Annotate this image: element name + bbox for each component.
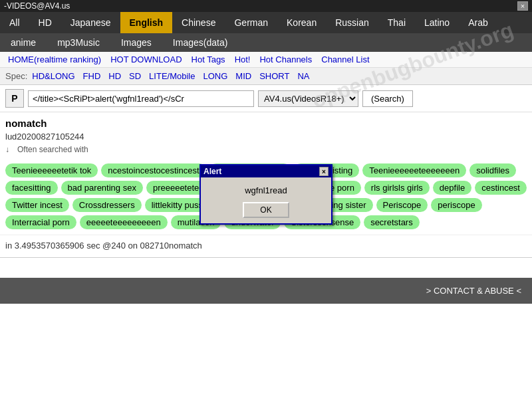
footer-spacer bbox=[0, 258, 532, 278]
footer: > CONTACT & ABUSE < bbox=[0, 278, 532, 304]
nav-row1: All HD Japanese English Chinese German K… bbox=[0, 12, 532, 33]
tag-item[interactable]: eeeeeteeeeeeeeen bbox=[80, 215, 168, 229]
tag-item[interactable]: ncestoincestocestincest bbox=[101, 163, 205, 177]
spec-lite[interactable]: LITE/Mobile bbox=[146, 70, 198, 82]
nav-mp3music[interactable]: mp3Music bbox=[47, 33, 110, 52]
spec-sd[interactable]: SD bbox=[126, 70, 144, 82]
tag-item[interactable]: Crossdressers bbox=[72, 198, 142, 212]
footer-contact-link[interactable]: > CONTACT & ABUSE < bbox=[426, 286, 521, 296]
nav-chinese[interactable]: Chinese bbox=[172, 12, 225, 33]
tag-item[interactable]: Periscope bbox=[376, 198, 428, 212]
alert-ok-button[interactable]: OK bbox=[243, 202, 289, 218]
link-hot-channels[interactable]: Hot Channels bbox=[257, 54, 315, 65]
alert-dialog: Alert × wgfnl1read OK bbox=[200, 164, 332, 225]
tag-item[interactable]: depfile bbox=[433, 181, 471, 195]
alert-titlebar: Alert × bbox=[201, 165, 331, 177]
link-row: HOME(realtime ranking) HOT DOWNLOAD Hot … bbox=[0, 52, 532, 68]
alert-title: Alert bbox=[203, 167, 221, 176]
link-channel-list[interactable]: Channel List bbox=[319, 54, 372, 65]
search-button[interactable]: (Search) bbox=[362, 90, 413, 107]
tag-item[interactable]: bad parenting sex bbox=[61, 181, 143, 195]
spec-hd[interactable]: HD bbox=[105, 70, 124, 82]
nav-latino[interactable]: Latino bbox=[415, 12, 459, 33]
alert-message: wgfnl1read bbox=[206, 185, 326, 195]
spec-long[interactable]: LONG bbox=[200, 70, 231, 82]
nav-korean[interactable]: Korean bbox=[277, 12, 326, 33]
often-searched-label: ↓ Often searched with bbox=[5, 144, 527, 156]
nav-all[interactable]: All bbox=[0, 12, 29, 33]
title-bar-text: -VIDEOS@AV4.us bbox=[4, 1, 70, 11]
search-input[interactable] bbox=[28, 90, 254, 107]
spec-mid[interactable]: MID bbox=[232, 70, 255, 82]
link-home[interactable]: HOME(realtime ranking) bbox=[5, 54, 104, 65]
search-icon-button[interactable]: P bbox=[5, 89, 24, 108]
nav-row2: anime mp3Music Images Images(data) bbox=[0, 33, 532, 52]
nav-thai[interactable]: Thai bbox=[378, 12, 415, 33]
spec-na[interactable]: NA bbox=[294, 70, 313, 82]
tag-item[interactable]: solidfiles bbox=[469, 163, 516, 177]
nav-german[interactable]: German bbox=[225, 12, 277, 33]
alert-close-button[interactable]: × bbox=[319, 167, 329, 176]
nav-images[interactable]: Images bbox=[110, 33, 162, 52]
tag-item[interactable]: secretstars bbox=[364, 215, 420, 229]
nav-anime[interactable]: anime bbox=[0, 33, 47, 52]
link-hot-tags[interactable]: Hot Tags bbox=[189, 54, 228, 65]
nav-russian[interactable]: Russian bbox=[326, 12, 378, 33]
title-bar-close-button[interactable]: × bbox=[517, 1, 528, 11]
spec-short[interactable]: SHORT bbox=[256, 70, 293, 82]
lud-text: lud20200827105244 bbox=[5, 132, 527, 142]
link-hot[interactable]: Hot! bbox=[232, 54, 253, 65]
title-bar: -VIDEOS@AV4.us × bbox=[0, 0, 532, 12]
spec-fhd[interactable]: FHD bbox=[80, 70, 104, 82]
nav-japanese[interactable]: Japanese bbox=[61, 12, 120, 33]
link-hot-download[interactable]: HOT DOWNLOAD bbox=[108, 54, 184, 65]
spec-label: Spec: bbox=[5, 71, 27, 81]
nomatch-section: nomatch lud20200827105244 ↓ Often search… bbox=[0, 112, 532, 163]
nav-arab[interactable]: Arab bbox=[459, 12, 497, 33]
tag-item[interactable]: cestincest bbox=[475, 181, 527, 195]
timing-text: in 3.4953570365906 sec @240 on 082710nom… bbox=[0, 235, 532, 255]
tag-item[interactable]: Twitter incest bbox=[5, 198, 69, 212]
nav-english[interactable]: English bbox=[120, 12, 173, 33]
nomatch-title: nomatch bbox=[5, 118, 527, 129]
alert-body: wgfnl1read OK bbox=[201, 177, 331, 223]
tag-item[interactable]: Teenieeeeeetetik tok bbox=[5, 163, 98, 177]
spec-row: Spec: HD&LONG FHD HD SD LITE/Mobile LONG… bbox=[0, 68, 532, 85]
tag-item[interactable]: Teenieeeeeeteeeeeeen bbox=[362, 163, 466, 177]
tag-item[interactable]: rls girlsls girls bbox=[364, 181, 430, 195]
tag-item[interactable]: Interracial porn bbox=[5, 215, 76, 229]
search-row: P AV4.us(VideosR18+) (Search) bbox=[0, 85, 532, 112]
tag-item[interactable]: periscope bbox=[431, 198, 481, 212]
spec-hdlong[interactable]: HD&LONG bbox=[29, 70, 78, 82]
tag-item[interactable]: facesitting bbox=[5, 181, 58, 195]
nav-images-data[interactable]: Images(data) bbox=[162, 33, 238, 52]
nav-hd[interactable]: HD bbox=[29, 12, 61, 33]
search-select[interactable]: AV4.us(VideosR18+) bbox=[258, 90, 358, 107]
